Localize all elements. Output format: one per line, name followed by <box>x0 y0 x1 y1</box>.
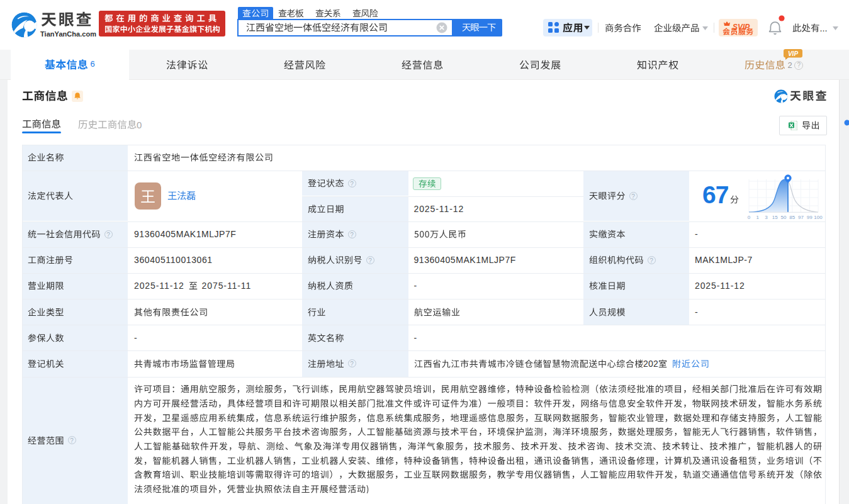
svg-text:99: 99 <box>807 215 812 220</box>
svg-text:0: 0 <box>748 215 751 220</box>
svg-text:85: 85 <box>789 215 795 220</box>
svg-text:15: 15 <box>772 215 778 220</box>
svg-text:50: 50 <box>781 215 787 220</box>
svg-text:97: 97 <box>798 215 804 220</box>
svg-text:3: 3 <box>765 215 768 220</box>
svg-text:100: 100 <box>814 215 823 220</box>
svg-text:VIP: VIP <box>788 50 798 57</box>
svg-text:1: 1 <box>756 215 760 220</box>
